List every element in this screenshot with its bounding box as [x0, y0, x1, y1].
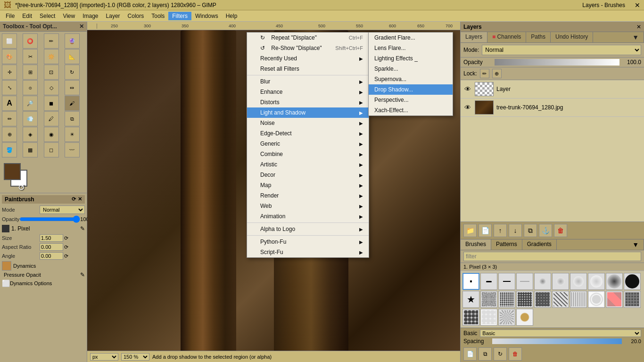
fg-bg-colors[interactable]: ↺: [4, 163, 32, 189]
brush-cell-r1[interactable]: [624, 291, 641, 308]
menu-tools[interactable]: Tools: [148, 12, 168, 20]
layers-panel-close[interactable]: ✕: [636, 24, 641, 30]
mode-select[interactable]: Normal: [40, 206, 85, 214]
layer-visibility-1[interactable]: 👁: [463, 103, 472, 112]
aspect-input[interactable]: [40, 243, 63, 251]
filter-light-shadow[interactable]: Light and Shadow▶: [247, 107, 369, 118]
lower-layer-btn[interactable]: ↓: [509, 224, 522, 237]
brush-cell-6[interactable]: [552, 273, 569, 290]
menu-help[interactable]: Help: [222, 12, 241, 20]
submenu-gradient-flare[interactable]: Gradient Flare...: [369, 33, 453, 43]
filter-repeat-displace[interactable]: ↻ Repeat "Displace" Ctrl+F: [247, 33, 369, 43]
anchor-layer-btn[interactable]: ⚓: [539, 224, 552, 237]
tool-iscissors[interactable]: 🔎: [23, 96, 38, 111]
tool-airbrush[interactable]: 💨: [23, 111, 38, 126]
tool-crop[interactable]: ⊡: [44, 65, 59, 80]
tool-rotate[interactable]: ↻: [65, 65, 80, 80]
angle-input[interactable]: [40, 252, 63, 260]
tool-text[interactable]: A: [2, 96, 17, 111]
brush-cell-r4[interactable]: [498, 309, 515, 326]
filter-recently-used[interactable]: Recently Used ▶: [247, 53, 369, 64]
opacity-slider-track[interactable]: [495, 59, 619, 66]
filter-animation[interactable]: Animation▶: [247, 211, 369, 222]
tool-clone[interactable]: ⧉: [65, 111, 80, 126]
brush-cell-7[interactable]: [570, 273, 587, 290]
menu-filters[interactable]: Filters: [168, 12, 191, 20]
tab-undo-history[interactable]: Undo History: [551, 32, 593, 42]
tool-paths[interactable]: 📐: [65, 49, 80, 64]
filter-distorts[interactable]: Distorts▶: [247, 97, 369, 107]
menu-file[interactable]: File: [2, 12, 18, 20]
tab-channels[interactable]: ■ Channels: [487, 32, 526, 42]
filter-alpha-to-logo[interactable]: Alpha to Logo▶: [247, 224, 369, 234]
submenu-sparkle[interactable]: Sparkle...: [369, 64, 453, 74]
tool-move[interactable]: ✛: [2, 65, 17, 80]
brush-cell-t2[interactable]: [498, 291, 515, 308]
filter-artistic[interactable]: Artistic▶: [247, 159, 369, 170]
brush-cell-2[interactable]: [480, 273, 497, 290]
brush-cell-t1[interactable]: [480, 291, 497, 308]
filter-script-fu[interactable]: Script-Fu▶: [247, 247, 369, 257]
filter-render[interactable]: Render▶: [247, 190, 369, 201]
menu-edit[interactable]: Edit: [18, 12, 36, 20]
close-button[interactable]: ✕: [635, 1, 640, 9]
brush-cell-r3[interactable]: [480, 309, 497, 326]
layer-row-0[interactable]: 👁 Layer: [461, 80, 644, 99]
tool-color-balance[interactable]: ◼: [44, 96, 59, 111]
menu-windows[interactable]: Windows: [191, 12, 222, 20]
filter-reshow-displace[interactable]: ↺ Re-Show "Displace" Shift+Ctrl+F: [247, 43, 369, 53]
brush-cell-pixel[interactable]: [462, 273, 479, 290]
brush-cell-t3[interactable]: [516, 291, 533, 308]
menu-colors[interactable]: Colors: [124, 12, 148, 20]
brush-cell-5[interactable]: [534, 273, 551, 290]
tool-options-reset[interactable]: ⟳: [72, 196, 76, 203]
tool-smudge[interactable]: 〰: [65, 142, 80, 157]
tool-scale[interactable]: ⤡: [2, 80, 17, 95]
submenu-lens-flare[interactable]: Lens Flare...: [369, 43, 453, 53]
brushes-menu-btn[interactable]: ▼: [627, 239, 644, 250]
filter-blur[interactable]: Blur▶: [247, 76, 369, 87]
brush-cell-4[interactable]: [516, 273, 533, 290]
tab-paths[interactable]: Paths: [526, 32, 551, 42]
submenu-drop-shadow[interactable]: Drop Shadow...: [369, 84, 453, 95]
tool-align[interactable]: ⊞: [23, 65, 38, 80]
brush-cell-9[interactable]: [606, 273, 623, 290]
brush-cell-t7[interactable]: [588, 291, 605, 308]
brush-filter-input[interactable]: [463, 252, 641, 261]
filter-decor[interactable]: Decor▶: [247, 170, 369, 180]
layer-visibility-0[interactable]: 👁: [463, 85, 472, 93]
layers-mode-select[interactable]: Normal: [482, 45, 641, 55]
brush-cell-8[interactable]: [588, 273, 605, 290]
tool-pencil[interactable]: ✏: [2, 111, 17, 126]
spacing-slider[interactable]: [492, 338, 622, 344]
aspect-reset[interactable]: ⟳: [64, 244, 68, 250]
tab-gradients[interactable]: Gradients: [522, 239, 557, 250]
submenu-supernova[interactable]: Supernova...: [369, 74, 453, 84]
menu-image[interactable]: Image: [79, 12, 102, 20]
tab-patterns[interactable]: Patterns: [491, 239, 522, 250]
tool-flip[interactable]: ⇔: [65, 80, 80, 95]
delete-layer-btn[interactable]: 🗑: [554, 224, 567, 237]
brush-edit-btn[interactable]: ✎: [80, 225, 85, 232]
foreground-color[interactable]: [4, 163, 21, 180]
filter-reset-all[interactable]: Reset all Filters: [247, 64, 369, 74]
menu-layer[interactable]: Layer: [102, 12, 124, 20]
tool-blur[interactable]: ◉: [44, 127, 59, 142]
size-input[interactable]: [40, 234, 63, 242]
zoom-select[interactable]: 150 %: [121, 353, 149, 361]
brush-cell-star[interactable]: ★: [462, 291, 479, 308]
brush-cell-10[interactable]: [624, 273, 641, 290]
size-reset[interactable]: ⟳: [64, 235, 68, 241]
tool-select-by-color[interactable]: 🎨: [2, 49, 17, 64]
submenu-lighting-effects[interactable]: Lighting Effects _: [369, 53, 453, 64]
tool-bucket-fill[interactable]: 🪣: [2, 142, 17, 157]
filter-enhance[interactable]: Enhance▶: [247, 87, 369, 97]
tool-scissors-select[interactable]: ✂: [23, 49, 38, 64]
tool-heal[interactable]: ⊕: [2, 127, 17, 142]
tool-ellipse-select[interactable]: ⭕: [23, 33, 38, 49]
opacity-slider[interactable]: [19, 215, 80, 223]
tool-perspective[interactable]: ◇: [44, 80, 59, 95]
tool-rect-select[interactable]: ⬜: [2, 33, 17, 49]
brush-duplicate-btn[interactable]: ⧉: [479, 347, 492, 361]
tool-free-select[interactable]: ✏: [44, 33, 59, 49]
